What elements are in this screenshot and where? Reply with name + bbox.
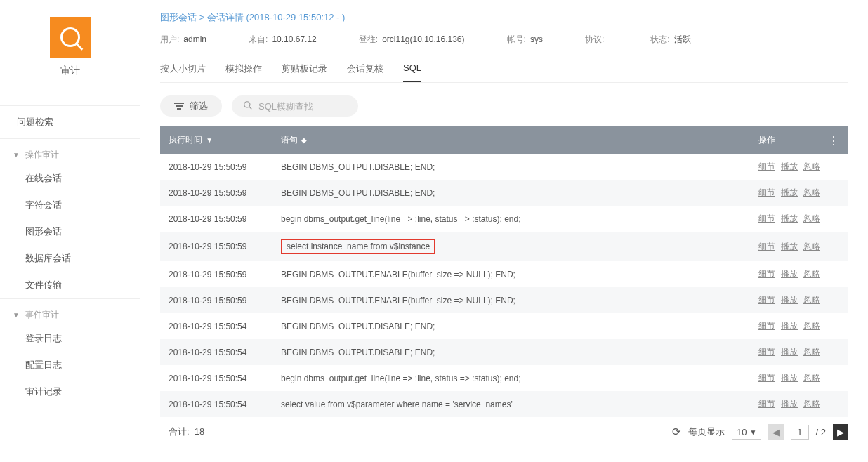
sidebar-item-inspect[interactable]: 问题检索 xyxy=(0,106,140,138)
action-detail[interactable]: 细节 xyxy=(758,399,775,409)
app-name: 审计 xyxy=(60,65,80,77)
info-acct-value: sys xyxy=(530,34,543,44)
sql-statement: begin dbms_output.get_line(line => :line… xyxy=(281,374,521,383)
sidebar-item-config-log[interactable]: 配置日志 xyxy=(0,352,140,378)
sidebar-section-events-label: 事件审计 xyxy=(25,309,59,321)
session-info: 用户:admin 来自:10.10.67.12 登往:orcl11g(10.10… xyxy=(160,34,848,46)
cell-time: 2018-10-29 15:50:59 xyxy=(160,261,272,287)
action-play[interactable]: 播放 xyxy=(781,399,798,409)
breadcrumb: 图形会话 > 会话详情 (2018-10-29 15:50:12 - ) xyxy=(160,11,848,24)
th-actions: 操作 ⋮ xyxy=(750,126,848,154)
sql-statement: select value from v$parameter where name… xyxy=(281,400,513,409)
sidebar-section-ops[interactable]: ▼ 操作审计 xyxy=(0,139,140,165)
next-page-button[interactable]: ▶ xyxy=(833,424,848,440)
sidebar-item-char-session[interactable]: 字符会话 xyxy=(0,192,140,218)
page-size-select[interactable]: 10 ▼ xyxy=(732,425,761,440)
cell-time: 2018-10-29 15:50:54 xyxy=(160,313,272,339)
toolbar: 筛选 xyxy=(160,95,848,117)
sidebar-section-events[interactable]: ▼ 事件审计 xyxy=(0,299,140,325)
action-detail[interactable]: 细节 xyxy=(758,321,775,331)
sidebar-item-audit-log[interactable]: 审计记录 xyxy=(0,378,140,405)
action-detail[interactable]: 细节 xyxy=(758,269,775,279)
sidebar-item-online-session[interactable]: 在线会话 xyxy=(0,165,140,192)
cell-sql: BEGIN DBMS_OUTPUT.ENABLE(buffer_size => … xyxy=(272,261,750,287)
action-detail[interactable]: 细节 xyxy=(758,187,775,197)
action-ignore[interactable]: 忽略 xyxy=(803,213,820,223)
action-detail[interactable]: 细节 xyxy=(758,373,775,383)
prev-page-button[interactable]: ◀ xyxy=(768,424,784,440)
cell-sql: BEGIN DBMS_OUTPUT.DISABLE; END; xyxy=(272,339,750,365)
cell-time: 2018-10-29 15:50:54 xyxy=(160,339,272,365)
caret-down-icon: ▼ xyxy=(13,311,20,319)
action-detail[interactable]: 细节 xyxy=(758,347,775,357)
svg-line-1 xyxy=(249,106,252,109)
action-play[interactable]: 播放 xyxy=(781,161,798,171)
refresh-button[interactable]: ⟳ xyxy=(672,425,681,438)
table-row: 2018-10-29 15:50:59BEGIN DBMS_OUTPUT.ENA… xyxy=(160,287,848,313)
action-play[interactable]: 播放 xyxy=(781,269,798,279)
cell-time: 2018-10-29 15:50:59 xyxy=(160,232,272,261)
sidebar-section-ops-label: 操作审计 xyxy=(25,149,59,161)
sidebar-item-graphic-session[interactable]: 图形会话 xyxy=(0,218,140,245)
action-ignore[interactable]: 忽略 xyxy=(803,373,820,383)
kebab-icon[interactable]: ⋮ xyxy=(828,133,840,147)
sql-statement: BEGIN DBMS_OUTPUT.DISABLE; END; xyxy=(281,188,435,198)
tabs: 按大小切片 模拟操作 剪贴板记录 会话复核 SQL xyxy=(160,58,848,83)
action-detail[interactable]: 细节 xyxy=(758,213,775,223)
filter-button[interactable]: 筛选 xyxy=(160,95,222,117)
sidebar-item-database-session[interactable]: 数据库会话 xyxy=(0,245,140,272)
search-input-wrap[interactable] xyxy=(232,95,358,117)
action-ignore[interactable]: 忽略 xyxy=(803,161,820,171)
tab-slice[interactable]: 按大小切片 xyxy=(160,58,206,82)
sql-statement: BEGIN DBMS_OUTPUT.DISABLE; END; xyxy=(281,348,435,357)
breadcrumb-detail[interactable]: 会话详情 (2018-10-29 15:50:12 - ) xyxy=(207,12,346,22)
action-play[interactable]: 播放 xyxy=(781,373,798,383)
current-page[interactable]: 1 xyxy=(791,425,808,440)
app-logo xyxy=(50,17,91,58)
th-exec-time[interactable]: 执行时间 ▼ xyxy=(160,126,272,154)
sql-statement: select instance_name from v$instance xyxy=(281,239,435,254)
action-detail[interactable]: 细节 xyxy=(758,161,775,171)
cell-time: 2018-10-29 15:50:59 xyxy=(160,206,272,232)
action-play[interactable]: 播放 xyxy=(781,213,798,223)
action-ignore[interactable]: 忽略 xyxy=(803,347,820,357)
table-row: 2018-10-29 15:50:59BEGIN DBMS_OUTPUT.ENA… xyxy=(160,261,848,287)
tab-simulate[interactable]: 模拟操作 xyxy=(225,58,262,82)
table-row: 2018-10-29 15:50:54begin dbms_output.get… xyxy=(160,365,848,391)
action-ignore[interactable]: 忽略 xyxy=(803,399,820,409)
action-ignore[interactable]: 忽略 xyxy=(803,187,820,197)
action-ignore[interactable]: 忽略 xyxy=(803,269,820,279)
action-ignore[interactable]: 忽略 xyxy=(803,242,820,251)
cell-actions: 细节播放忽略 xyxy=(750,180,848,206)
sidebar: 审计 问题检索 ▼ 操作审计 在线会话 字符会话 图形会话 数据库会话 文件传输… xyxy=(0,0,140,462)
table-row: 2018-10-29 15:50:59begin dbms_output.get… xyxy=(160,206,848,232)
sidebar-item-file-transfer[interactable]: 文件传输 xyxy=(0,272,140,298)
cell-actions: 细节播放忽略 xyxy=(750,261,848,287)
breadcrumb-root[interactable]: 图形会话 xyxy=(160,12,197,22)
th-statement[interactable]: 语句 ◆ xyxy=(272,126,750,154)
search-input[interactable] xyxy=(258,101,347,112)
info-status-label: 状态: xyxy=(650,34,669,44)
cell-sql: BEGIN DBMS_OUTPUT.ENABLE(buffer_size => … xyxy=(272,287,750,313)
action-play[interactable]: 播放 xyxy=(781,242,798,251)
info-proto-label: 协议: xyxy=(585,34,604,44)
caret-down-icon: ▼ xyxy=(13,151,20,159)
tab-sql[interactable]: SQL xyxy=(403,58,421,82)
table-row: 2018-10-29 15:50:59BEGIN DBMS_OUTPUT.DIS… xyxy=(160,154,848,180)
action-ignore[interactable]: 忽略 xyxy=(803,295,820,305)
action-play[interactable]: 播放 xyxy=(781,187,798,197)
total-label: 合计: xyxy=(169,426,190,437)
sidebar-item-login-log[interactable]: 登录日志 xyxy=(0,325,140,352)
cell-sql: select value from v$parameter where name… xyxy=(272,391,750,417)
tab-review[interactable]: 会话复核 xyxy=(347,58,383,82)
tab-clipboard[interactable]: 剪贴板记录 xyxy=(282,58,327,82)
action-ignore[interactable]: 忽略 xyxy=(803,321,820,331)
action-detail[interactable]: 细节 xyxy=(758,242,775,251)
sql-statement: begin dbms_output.get_line(line => :line… xyxy=(281,214,521,224)
action-play[interactable]: 播放 xyxy=(781,295,798,305)
cell-sql: BEGIN DBMS_OUTPUT.DISABLE; END; xyxy=(272,313,750,339)
action-play[interactable]: 播放 xyxy=(781,347,798,357)
cell-actions: 细节播放忽略 xyxy=(750,365,848,391)
action-play[interactable]: 播放 xyxy=(781,321,798,331)
action-detail[interactable]: 细节 xyxy=(758,295,775,305)
